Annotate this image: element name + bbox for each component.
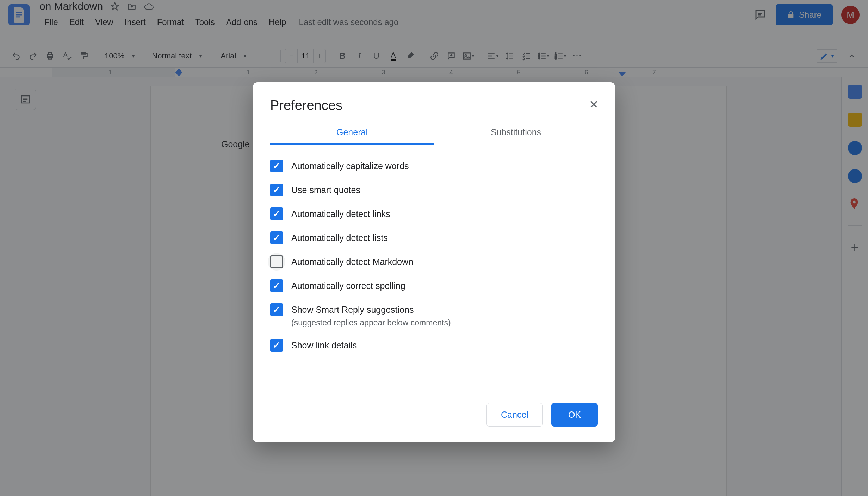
modal-overlay[interactable]: Preferences ✕ General Substitutions Auto… bbox=[0, 0, 868, 496]
pref-checkbox[interactable] bbox=[270, 255, 283, 268]
pref-label: Show link details bbox=[291, 339, 357, 352]
pref-sublabel: (suggested replies appear below comments… bbox=[291, 318, 451, 328]
pref-row: Automatically detect links bbox=[270, 205, 598, 222]
pref-row: Show link details bbox=[270, 337, 598, 354]
preferences-dialog: Preferences ✕ General Substitutions Auto… bbox=[253, 82, 615, 442]
tab-general[interactable]: General bbox=[270, 123, 434, 145]
pref-checkbox[interactable] bbox=[270, 231, 283, 244]
pref-checkbox[interactable] bbox=[270, 303, 283, 316]
pref-row: Show Smart Reply suggestions(suggested r… bbox=[270, 301, 598, 330]
ok-button[interactable]: OK bbox=[551, 403, 598, 427]
pref-label: Automatically detect lists bbox=[291, 231, 388, 244]
tab-substitutions[interactable]: Substitutions bbox=[434, 123, 598, 145]
pref-label: Show Smart Reply suggestions bbox=[291, 303, 451, 316]
pref-label: Use smart quotes bbox=[291, 184, 360, 196]
pref-row: Automatically detect lists bbox=[270, 229, 598, 246]
pref-label: Automatically correct spelling bbox=[291, 279, 405, 292]
pref-row: Automatically detect Markdown bbox=[270, 253, 598, 270]
pref-checkbox[interactable] bbox=[270, 279, 283, 292]
dialog-title: Preferences bbox=[270, 98, 598, 113]
pref-label: Automatically detect links bbox=[291, 207, 390, 220]
pref-label: Automatically detect Markdown bbox=[291, 255, 413, 268]
cancel-button[interactable]: Cancel bbox=[486, 403, 543, 427]
pref-label: Automatically capitalize words bbox=[291, 160, 409, 172]
pref-row: Automatically correct spelling bbox=[270, 277, 598, 294]
pref-row: Use smart quotes bbox=[270, 181, 598, 198]
pref-checkbox[interactable] bbox=[270, 184, 283, 196]
pref-checkbox[interactable] bbox=[270, 207, 283, 220]
pref-row: Automatically capitalize words bbox=[270, 157, 598, 174]
close-dialog-button[interactable]: ✕ bbox=[586, 95, 601, 114]
pref-checkbox[interactable] bbox=[270, 160, 283, 172]
pref-checkbox[interactable] bbox=[270, 339, 283, 352]
